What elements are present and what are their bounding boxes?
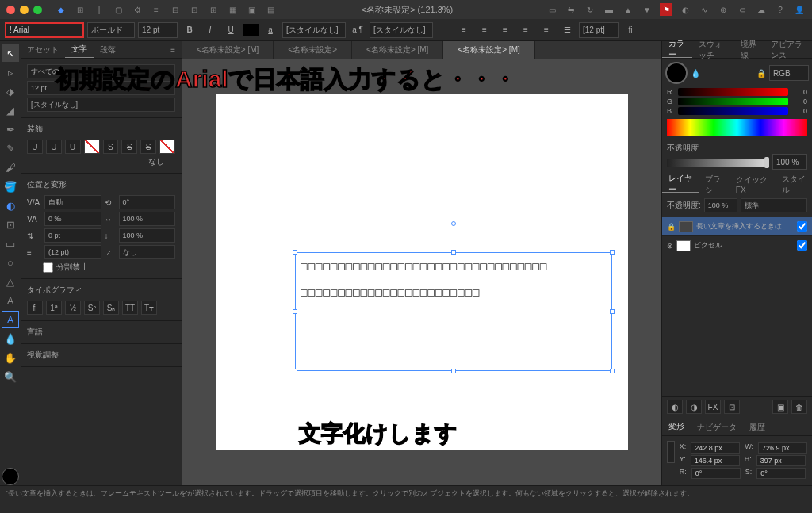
node-tool[interactable]: ▹: [2, 63, 19, 81]
snap-icon[interactable]: ⊡: [188, 3, 201, 16]
forward-icon[interactable]: ▲: [622, 3, 634, 16]
ligature-button[interactable]: fi: [622, 22, 639, 38]
canvas[interactable]: □□□□□□□□□□□□□□□□□□□□□□□□□□□□□□□□□ □□□□□□…: [182, 59, 661, 485]
minimize-window[interactable]: [20, 6, 29, 14]
x-field[interactable]: 242.8 px: [691, 442, 740, 454]
cloud-icon[interactable]: ☁: [755, 3, 768, 16]
tab-appearance[interactable]: アピアランス: [764, 41, 812, 58]
baseline-field[interactable]: 0 pt: [44, 228, 102, 243]
bold-button[interactable]: B: [181, 22, 198, 38]
assist-icon[interactable]: ◐: [679, 3, 691, 16]
language-title[interactable]: 言語: [27, 324, 175, 340]
tab-color[interactable]: カラー: [662, 41, 692, 58]
brush-tool[interactable]: 🖌: [2, 159, 19, 176]
doc-tab-1[interactable]: <名称未設定>: [274, 41, 352, 59]
opacity-slider[interactable]: [667, 159, 769, 167]
insert-icon[interactable]: ⊕: [717, 3, 730, 16]
underline-single[interactable]: U: [46, 140, 62, 154]
align-center-button[interactable]: ≡: [476, 22, 493, 38]
doc-tab-0[interactable]: <名称未設定> [M]: [182, 41, 274, 59]
doc-tab-2[interactable]: <名称未設定> [M]: [352, 41, 443, 59]
opacity-value[interactable]: 100 %: [772, 154, 807, 170]
strike-double[interactable]: S: [140, 140, 156, 154]
r-field[interactable]: 0°: [691, 468, 741, 479]
position-title[interactable]: 位置と変形: [27, 177, 175, 193]
strike-color[interactable]: [159, 140, 175, 154]
maximize-window[interactable]: [33, 6, 42, 14]
tab-layer[interactable]: レイヤー: [662, 176, 699, 193]
layers-icon[interactable]: ▦: [226, 3, 239, 16]
fx-icon[interactable]: FX: [705, 400, 721, 414]
style-tool[interactable]: ⬗: [2, 82, 19, 100]
ordinal[interactable]: 1ª: [46, 301, 62, 315]
r-slider[interactable]: [678, 88, 788, 96]
layer-item-1[interactable]: 🔒 長い文章を挿入するときは、フレー……: [662, 217, 812, 236]
stack-icon[interactable]: ▤: [264, 3, 277, 16]
group-icon[interactable]: ▣: [245, 3, 258, 16]
layer-opacity[interactable]: 100 %: [704, 198, 737, 212]
font-size-field[interactable]: 12 pt: [138, 22, 178, 38]
lock-icon[interactable]: 🔒: [756, 69, 766, 78]
swatch-fg[interactable]: [2, 468, 19, 485]
corner-tool[interactable]: ◢: [2, 101, 19, 119]
move-tool[interactable]: ↖: [2, 44, 19, 62]
char-style-icon[interactable]: a: [262, 22, 279, 38]
delete-layer-icon[interactable]: 🗑: [791, 400, 807, 414]
leading-panel-field[interactable]: (12 pt): [44, 245, 102, 259]
italic-button[interactable]: I: [201, 22, 219, 38]
underline-button[interactable]: U: [222, 22, 239, 38]
nobreak-checkbox[interactable]: [43, 262, 53, 273]
b-slider[interactable]: [678, 107, 788, 115]
adjust-icon[interactable]: ◑: [686, 400, 702, 414]
tab-paragraph[interactable]: 段落: [94, 41, 122, 58]
color-well[interactable]: [665, 62, 688, 84]
eyedropper-icon[interactable]: 💧: [691, 69, 700, 78]
y-field[interactable]: 146.4 px: [691, 455, 740, 466]
shape-tool[interactable]: ▭: [2, 235, 19, 252]
align-icon[interactable]: ≡: [150, 3, 163, 16]
mask-icon[interactable]: ◐: [667, 400, 683, 414]
artistic-text-tool[interactable]: A: [2, 292, 19, 309]
underline-color[interactable]: [84, 140, 100, 154]
align-left-button[interactable]: ≡: [455, 22, 473, 38]
flip-icon[interactable]: ⇋: [565, 3, 577, 16]
list-button[interactable]: ☰: [558, 22, 576, 38]
subscript[interactable]: Sₙ: [103, 301, 119, 315]
distribute-icon[interactable]: ⊟: [169, 3, 182, 16]
text-frame[interactable]: □□□□□□□□□□□□□□□□□□□□□□□□□□□□□□□□□ □□□□□□…: [295, 252, 612, 371]
tab-history[interactable]: 履歴: [743, 419, 772, 435]
user-icon[interactable]: 👤: [793, 3, 806, 16]
kerning-field[interactable]: 自動: [44, 195, 102, 209]
style-field[interactable]: [スタイルなし]: [27, 98, 175, 112]
frame-text-tool[interactable]: A: [2, 311, 19, 328]
color-mode[interactable]: RGB: [769, 65, 809, 81]
hand-tool[interactable]: ✋: [2, 349, 19, 366]
doc-tab-3[interactable]: <名称未設定> [M]: [443, 41, 534, 59]
zoom-tool[interactable]: 🔍: [2, 368, 19, 385]
para-style-field[interactable]: [スタイルなし]: [370, 22, 433, 38]
font-family-field[interactable]: [5, 22, 84, 38]
new-icon[interactable]: ▢: [112, 3, 124, 16]
triangle-tool[interactable]: △: [2, 273, 19, 290]
layer-item-2[interactable]: ⊗ ピクセル: [662, 236, 812, 255]
strike-single[interactable]: S: [121, 140, 137, 154]
crop-layer-icon[interactable]: ⊡: [724, 400, 740, 414]
align-justify-button[interactable]: ≡: [517, 22, 534, 38]
underline-double[interactable]: U: [65, 140, 81, 154]
ligature-fi[interactable]: fi: [27, 301, 43, 315]
h-field[interactable]: 397 px: [756, 455, 806, 466]
leading-field[interactable]: [12 pt]: [579, 22, 619, 38]
tab-swatch[interactable]: スウォッチ: [692, 41, 734, 58]
gear-icon[interactable]: ⚙: [131, 3, 144, 16]
tab-style[interactable]: スタイル: [776, 176, 812, 193]
tab-text[interactable]: 文字: [65, 41, 94, 58]
pen-tool[interactable]: ✒: [2, 121, 19, 138]
align-justify-all-button[interactable]: ≡: [538, 22, 555, 38]
help-icon[interactable]: ?: [774, 3, 787, 16]
anchor-widget[interactable]: [667, 441, 675, 463]
pin-icon[interactable]: ⊗: [667, 242, 673, 250]
order-icon[interactable]: ▬: [603, 3, 615, 16]
tab-asset[interactable]: アセット: [21, 41, 65, 58]
curve-icon[interactable]: ∿: [698, 3, 710, 16]
group-layer-icon[interactable]: ▣: [772, 400, 788, 414]
